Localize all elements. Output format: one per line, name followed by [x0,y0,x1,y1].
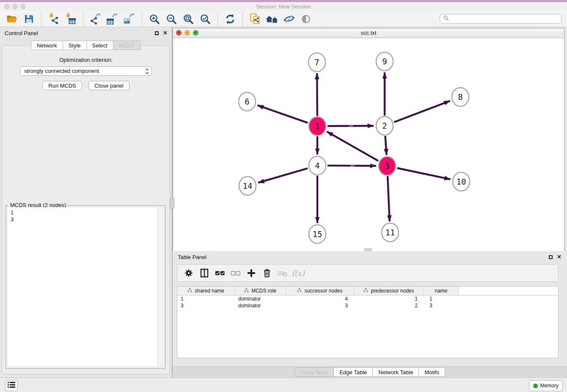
tab-mcds[interactable]: MCDS [113,41,141,50]
export-image-icon[interactable] [122,12,137,26]
edge-2-8[interactable] [394,101,450,122]
edge-3-11[interactable] [388,176,390,221]
node-14[interactable]: 14 [239,177,256,195]
table-cell: 1 [424,296,459,302]
network-canvas[interactable]: 7968124314101511 [173,38,564,251]
columns-icon[interactable] [196,267,212,279]
table-row[interactable]: 3dominator323 [177,302,558,309]
minimize-network-icon[interactable]: − [184,30,190,36]
add-row-icon[interactable] [243,267,259,279]
table-row[interactable]: 1dominator411 [177,295,558,302]
edge-label-tick [350,165,355,166]
dropdown-selected-value: strongly connected component [20,67,151,75]
zoom-selected-icon[interactable] [198,12,213,26]
column-header-MCDS-role[interactable]: MCDS role [235,287,286,295]
node-10[interactable]: 10 [453,172,470,191]
open-session-icon[interactable] [4,12,19,26]
close-icon[interactable]: × [163,30,167,36]
export-table-icon[interactable] [105,12,120,26]
first-neighbors-icon[interactable] [264,12,280,26]
panel-switcher-button[interactable] [5,380,18,391]
edge-1-6[interactable] [258,105,308,123]
settings-gear-icon[interactable] [181,267,196,279]
hide-details-icon[interactable] [281,12,297,26]
node-6[interactable]: 6 [239,92,256,111]
edge-2-3[interactable] [385,136,387,155]
svg-text:6: 6 [245,97,249,106]
node-11[interactable]: 11 [382,223,399,242]
delete-row-icon[interactable] [259,267,275,279]
table-cell: 1 [177,296,235,302]
memory-button[interactable]: Memory [529,380,563,391]
table-panel-header: Table Panel × [173,251,567,262]
import-table-icon[interactable] [63,12,78,26]
birds-eye-icon[interactable] [298,12,314,26]
zoom-fit-icon[interactable] [181,12,196,26]
hierarchy-icon [297,288,302,294]
svg-text:8: 8 [458,92,462,102]
edge-3-1[interactable] [327,132,379,161]
tab-motifs[interactable]: Motifs [419,367,445,377]
node-2[interactable]: 2 [376,116,393,135]
zoom-network-icon[interactable]: + [193,30,198,36]
save-session-icon[interactable] [21,12,36,26]
table-cell: 3 [286,303,354,309]
svg-text:4: 4 [315,161,319,170]
column-header-shared-name[interactable]: shared name [177,287,235,295]
optimization-criterion-dropdown[interactable]: strongly connected component [20,66,152,76]
delete-table-icon[interactable] [275,267,290,279]
import-network-icon[interactable] [46,12,61,26]
float-icon[interactable] [549,255,553,259]
panel-splitter-handle[interactable] [170,198,174,208]
close-network-icon[interactable]: × [176,30,182,36]
clone-network-icon[interactable] [248,12,263,26]
column-header-predecessor-nodes[interactable]: predecessor nodes [354,287,424,295]
tab-edge-table[interactable]: Edge Table [334,367,373,377]
session-title: Session: New Session [0,3,567,10]
table-toolbar: f(x) [177,264,559,282]
node-3[interactable]: 3 [379,157,396,175]
svg-text:7: 7 [314,58,319,67]
result-scrollbar[interactable] [157,207,163,366]
column-header-name[interactable]: name [424,287,459,295]
function-builder-icon[interactable]: f(x) [290,267,306,279]
tab-style[interactable]: Style [63,41,87,50]
node-8[interactable]: 8 [452,88,469,106]
hierarchy-icon [244,288,249,294]
node-1[interactable]: 1 [309,117,326,135]
tab-network[interactable]: Network [31,41,63,50]
node-7[interactable]: 7 [308,53,325,72]
toolbar-separator [217,12,218,26]
svg-text:14: 14 [243,181,253,190]
edge-1-7[interactable] [317,73,317,116]
zoom-out-icon[interactable] [164,12,179,26]
float-icon[interactable] [155,31,159,35]
table-cell: 4 [286,296,354,302]
node-15[interactable]: 15 [309,225,326,243]
zoom-in-icon[interactable] [147,12,162,26]
network-window-titlebar: × − + scc.txt [173,28,564,38]
edge-3-10[interactable] [397,168,451,179]
optimization-criterion-label: Optimization criterion: [2,57,170,63]
network-resize-grip[interactable] [364,248,372,251]
column-header-successor-nodes[interactable]: successor nodes [286,287,354,295]
column-label: shared name [195,288,224,294]
close-panel-button[interactable]: Close panel [88,81,129,90]
edge-4-14[interactable] [258,168,308,183]
table-cell: 3 [177,303,235,309]
deselect-all-icon[interactable] [228,267,243,279]
search-input[interactable] [440,14,561,24]
export-network-icon[interactable] [88,12,103,26]
run-mcds-button[interactable]: Run MCDS [42,81,82,90]
node-9[interactable]: 9 [376,52,393,71]
node-4[interactable]: 4 [309,156,326,175]
mcds-result-list[interactable]: 13 [8,207,163,366]
close-icon[interactable]: × [557,254,561,259]
svg-text:9: 9 [382,57,387,66]
select-all-icon[interactable] [212,267,228,279]
tab-node-table[interactable]: Node Table [295,367,334,377]
tab-network-table[interactable]: Network Table [373,367,419,377]
table-cell: 3 [424,303,459,309]
refresh-icon[interactable] [223,12,238,26]
tab-select[interactable]: Select [87,41,113,50]
